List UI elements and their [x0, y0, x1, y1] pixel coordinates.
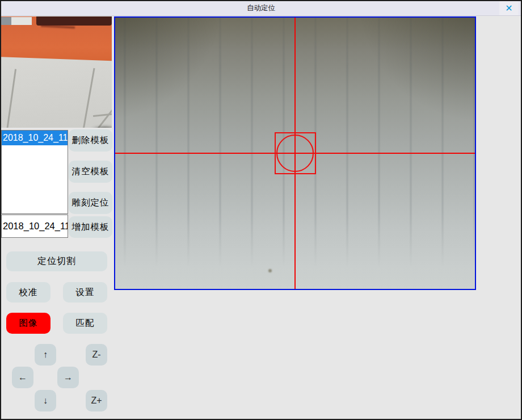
camera-view[interactable] — [114, 16, 476, 290]
template-name-input[interactable] — [1, 215, 68, 238]
template-list-item[interactable]: 2018_10_24_11 — [2, 131, 68, 145]
image-button[interactable]: 图像 — [6, 313, 50, 334]
jog-z-plus-button[interactable]: Z+ — [86, 390, 107, 411]
add-template-button[interactable]: 增加模板 — [69, 216, 112, 238]
engrave-position-button[interactable]: 雕刻定位 — [69, 192, 112, 214]
title-bar: 自动定位 ✕ — [1, 1, 521, 16]
arrow-up-icon: ↑ — [43, 350, 48, 360]
arrow-down-icon: ↓ — [43, 396, 48, 406]
position-cut-button[interactable]: 定位切割 — [6, 251, 107, 271]
clear-templates-button[interactable]: 清空模板 — [69, 161, 112, 183]
template-list[interactable]: 2018_10_24_11 — [1, 130, 68, 214]
jog-z-minus-button[interactable]: Z- — [86, 344, 107, 366]
auto-position-window: 自动定位 ✕ 2018_10_24_11 删除模板 清空模板 雕刻定位 增加模板… — [0, 0, 522, 420]
window-title: 自动定位 — [247, 3, 275, 13]
thumbnail-gray-block — [1, 17, 32, 25]
target-roi-circle — [276, 135, 314, 172]
close-icon: ✕ — [505, 4, 512, 13]
jog-left-button[interactable]: ← — [12, 367, 33, 388]
delete-template-button[interactable]: 删除模板 — [69, 129, 112, 152]
calibrate-button[interactable]: 校准 — [6, 282, 50, 303]
arrow-left-icon: ← — [18, 372, 27, 383]
jog-up-button[interactable]: ↑ — [35, 344, 56, 366]
jog-down-button[interactable]: ↓ — [35, 390, 56, 411]
camera-speck — [268, 269, 272, 272]
jog-right-button[interactable]: → — [57, 367, 79, 388]
arrow-right-icon: → — [64, 372, 73, 383]
settings-button[interactable]: 设置 — [63, 282, 107, 303]
template-thumbnail-image — [1, 16, 112, 128]
close-button[interactable]: ✕ — [499, 1, 519, 15]
match-button[interactable]: 匹配 — [63, 313, 107, 334]
thumbnail-dark-strip — [36, 16, 112, 26]
